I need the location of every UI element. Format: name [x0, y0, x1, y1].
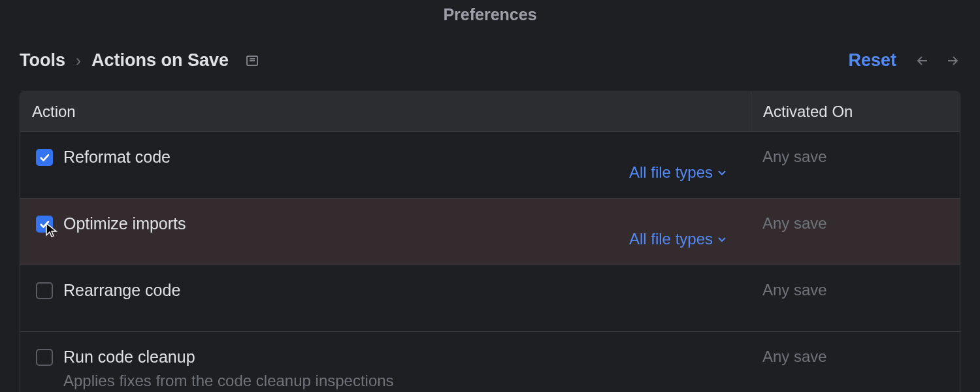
checkbox[interactable] [36, 216, 53, 233]
row-sublabel: Applies fixes from the code cleanup insp… [63, 372, 394, 390]
column-header-action[interactable]: Action [20, 92, 751, 131]
activated-value: Any save [751, 132, 960, 182]
settings-page-icon [246, 55, 259, 67]
chevron-down-icon [717, 167, 727, 178]
nav-back-button[interactable] [915, 53, 930, 69]
filetype-label: All file types [629, 230, 713, 248]
header-actions: Reset [848, 50, 960, 71]
row-label: Optimize imports [63, 214, 186, 233]
chevron-right-icon: › [76, 52, 81, 70]
filetype-dropdown[interactable]: All file types [629, 163, 727, 182]
filetype-dropdown[interactable]: All file types [629, 230, 727, 248]
table-row[interactable]: Run code cleanup Applies fixes from the … [20, 332, 960, 392]
header-row: Tools › Actions on Save Reset [0, 29, 980, 91]
column-header-activated[interactable]: Activated On [751, 92, 960, 131]
activated-value: Any save [751, 265, 960, 315]
breadcrumb: Tools › Actions on Save [20, 50, 259, 71]
table-row[interactable]: Reformat code All file types Any save [20, 132, 960, 199]
reset-button[interactable]: Reset [848, 50, 896, 71]
chevron-down-icon [717, 234, 727, 244]
breadcrumb-parent[interactable]: Tools [20, 50, 65, 71]
filetype-label: All file types [629, 163, 713, 182]
window-title: Preferences [0, 0, 980, 29]
table-row[interactable]: Rearrange code Any save [20, 265, 960, 332]
row-label: Rearrange code [63, 281, 180, 300]
activated-value: Any save [751, 199, 960, 248]
checkbox[interactable] [36, 349, 53, 366]
table-header: Action Activated On [20, 92, 960, 132]
actions-table: Action Activated On Reformat code All fi… [20, 91, 960, 392]
row-label: Reformat code [63, 148, 171, 167]
breadcrumb-current: Actions on Save [91, 50, 229, 71]
nav-forward-button[interactable] [945, 53, 960, 69]
table-row[interactable]: Optimize imports All file types Any save [20, 199, 960, 265]
checkbox[interactable] [36, 149, 53, 166]
checkbox[interactable] [36, 282, 53, 299]
activated-value: Any save [751, 332, 960, 382]
row-label: Run code cleanup [63, 348, 394, 367]
